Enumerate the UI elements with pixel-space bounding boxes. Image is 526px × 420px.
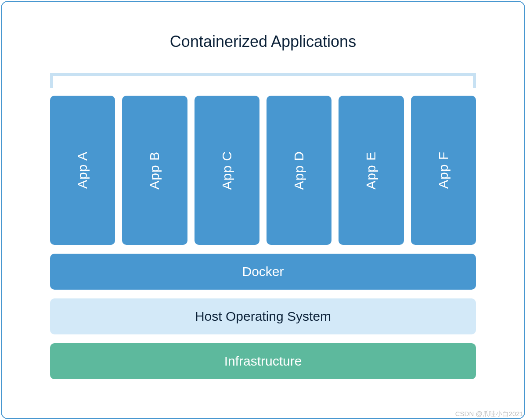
app-label: App A — [75, 151, 90, 189]
app-label: App B — [147, 151, 162, 190]
layer-label: Docker — [242, 264, 284, 279]
bracket-top — [50, 73, 476, 76]
layer-docker: Docker — [50, 254, 476, 290]
app-box-c: App C — [195, 96, 259, 245]
app-box-a: App A — [50, 96, 115, 245]
apps-bracket — [50, 73, 476, 88]
layer-label: Host Operating System — [195, 309, 331, 324]
watermark: CSDN @爪哇小白2021 — [455, 410, 523, 418]
app-label: App C — [220, 151, 234, 190]
bracket-left — [50, 73, 53, 88]
diagram-title: Containerized Applications — [50, 32, 476, 51]
app-label: App D — [292, 151, 306, 190]
diagram-frame: Containerized Applications App A App B A… — [1, 1, 525, 419]
app-box-f: App F — [411, 96, 476, 245]
app-box-b: App B — [122, 96, 187, 245]
app-box-d: App D — [267, 96, 331, 245]
app-label: App F — [436, 151, 451, 189]
apps-row: App A App B App C App D App E App F — [50, 96, 476, 245]
layer-label: Infrastructure — [224, 354, 302, 369]
layer-infrastructure: Infrastructure — [50, 343, 476, 379]
app-box-e: App E — [339, 96, 404, 245]
app-label: App E — [364, 151, 378, 190]
bracket-right — [473, 73, 476, 88]
layer-host-os: Host Operating System — [50, 298, 476, 334]
